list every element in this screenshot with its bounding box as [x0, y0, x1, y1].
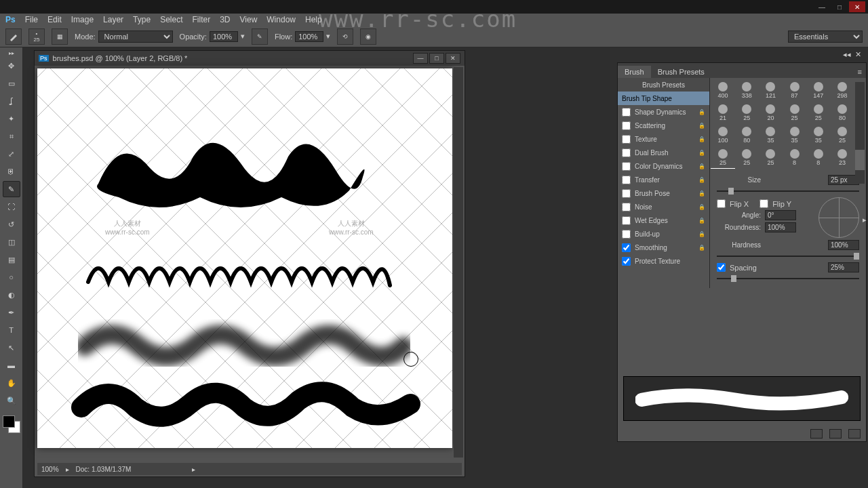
- brush-option-color-dynamics[interactable]: Color Dynamics🔒: [618, 159, 709, 173]
- status-arrow-icon[interactable]: ▸: [192, 466, 195, 473]
- brush-option-transfer[interactable]: Transfer🔒: [618, 173, 709, 186]
- zoom-level[interactable]: 100%: [41, 466, 59, 473]
- canvas-scrollbar[interactable]: [454, 67, 463, 458]
- brush-thumb[interactable]: 25: [735, 102, 758, 123]
- gradient-tool[interactable]: ▤: [3, 251, 20, 268]
- brush-thumb[interactable]: 298: [831, 79, 854, 101]
- tab-brush-presets[interactable]: Brush Presets: [651, 66, 711, 78]
- new-brush-icon[interactable]: [829, 429, 842, 439]
- brush-option-smoothing[interactable]: Smoothing🔒: [618, 241, 709, 254]
- brush-thumb[interactable]: 8: [783, 146, 806, 168]
- hand-tool[interactable]: ✋: [3, 375, 20, 391]
- menu-type[interactable]: Type: [133, 15, 151, 24]
- brush-option-build-up[interactable]: Build-up🔒: [618, 227, 709, 241]
- marquee-tool[interactable]: ▭: [3, 75, 20, 92]
- flow-flyout-icon[interactable]: ▾: [326, 32, 330, 41]
- blur-tool[interactable]: ○: [3, 269, 20, 285]
- menu-window[interactable]: Window: [267, 15, 296, 24]
- color-swatch[interactable]: [3, 415, 20, 433]
- history-brush-tool[interactable]: ↺: [3, 216, 20, 232]
- brush-thumb[interactable]: 25: [711, 146, 734, 168]
- wand-tool[interactable]: ✦: [3, 110, 20, 127]
- brush-thumb[interactable]: 338: [735, 79, 758, 101]
- crop-tool[interactable]: ⌗: [3, 128, 20, 144]
- brush-thumb[interactable]: 400: [711, 79, 734, 101]
- brush-thumb[interactable]: 121: [759, 79, 782, 101]
- eyedropper-tool[interactable]: ⤢: [3, 146, 20, 162]
- checkbox[interactable]: [622, 189, 631, 198]
- lasso-tool[interactable]: ʆ: [3, 93, 20, 109]
- brush-thumb[interactable]: 8: [807, 146, 830, 168]
- pen-tool[interactable]: ✒: [3, 304, 20, 321]
- window-minimize[interactable]: —: [814, 1, 830, 12]
- brush-thumb[interactable]: 35: [807, 124, 830, 146]
- checkbox[interactable]: [622, 176, 631, 184]
- brush-thumb[interactable]: 147: [807, 79, 830, 101]
- brush-thumb[interactable]: 87: [783, 79, 806, 101]
- menu-layer[interactable]: Layer: [103, 15, 123, 24]
- spacing-checkbox[interactable]: [717, 263, 726, 272]
- checkbox[interactable]: [622, 148, 631, 157]
- brush-option-scattering[interactable]: Scattering🔒: [618, 119, 709, 132]
- checkbox[interactable]: [622, 230, 631, 239]
- flipy-checkbox[interactable]: [760, 199, 768, 208]
- brush-thumb[interactable]: 100: [711, 124, 734, 146]
- menu-view[interactable]: View: [240, 15, 258, 24]
- brush-thumb[interactable]: 20: [759, 102, 782, 123]
- menu-file[interactable]: File: [25, 15, 38, 24]
- checkbox[interactable]: [622, 216, 631, 225]
- brush-tip-shape-option[interactable]: Brush Tip Shape: [618, 92, 709, 105]
- zoom-tool[interactable]: 🔍: [3, 392, 20, 409]
- window-maximize[interactable]: □: [831, 1, 848, 12]
- brush-panel-toggle-icon[interactable]: ▦: [52, 28, 68, 45]
- brush-thumb[interactable]: 25: [735, 146, 758, 168]
- brush-option-wet-edges[interactable]: Wet Edges🔒: [618, 214, 709, 227]
- menu-3d[interactable]: 3D: [220, 15, 230, 24]
- size-slider[interactable]: [717, 187, 859, 195]
- toolbox-collapse-icon[interactable]: ▸▸: [9, 50, 14, 56]
- doc-maximize[interactable]: □: [429, 53, 444, 64]
- hardness-input[interactable]: [828, 240, 859, 250]
- brush-option-shape-dynamics[interactable]: Shape Dynamics🔒: [618, 105, 709, 119]
- brush-thumb[interactable]: 35: [759, 124, 782, 146]
- tab-brush[interactable]: Brush: [618, 66, 651, 78]
- brush-thumb[interactable]: 21: [711, 102, 734, 123]
- delete-brush-icon[interactable]: [848, 429, 861, 439]
- checkbox[interactable]: [622, 108, 631, 117]
- doc-minimize[interactable]: —: [413, 53, 428, 64]
- brush-option-texture[interactable]: Texture🔒: [618, 132, 709, 146]
- brush-tool[interactable]: ✎: [3, 181, 20, 197]
- brush-option-protect-texture[interactable]: Protect Texture: [618, 254, 709, 268]
- window-close[interactable]: ✕: [849, 1, 865, 12]
- menu-select[interactable]: Select: [160, 15, 182, 24]
- angle-input[interactable]: [765, 210, 796, 220]
- menu-image[interactable]: Image: [71, 15, 94, 24]
- canvas[interactable]: 人人素材www.rr-sc.com 人人素材www.rr-sc.com: [37, 68, 452, 448]
- brush-preset-picker[interactable]: •25: [28, 28, 45, 45]
- brush-presets-header[interactable]: Brush Presets: [618, 78, 709, 92]
- brush-thumb[interactable]: 80: [735, 124, 758, 146]
- pressure-opacity-icon[interactable]: ✎: [252, 28, 268, 45]
- eraser-tool[interactable]: ◫: [3, 234, 20, 250]
- panel-close-icon[interactable]: ✕: [855, 50, 861, 59]
- shape-tool[interactable]: ▬: [3, 357, 20, 373]
- doc-close[interactable]: ✕: [446, 53, 460, 64]
- angle-dial[interactable]: ▸: [818, 197, 859, 238]
- dodge-tool[interactable]: ◐: [3, 287, 20, 303]
- brush-thumb[interactable]: 35: [783, 124, 806, 146]
- menu-filter[interactable]: Filter: [192, 15, 210, 24]
- brush-thumb[interactable]: 80: [831, 102, 854, 123]
- panel-collapse-icon[interactable]: ◂◂: [843, 50, 851, 59]
- checkbox[interactable]: [622, 243, 631, 252]
- move-tool[interactable]: ✥: [3, 58, 20, 74]
- opacity-input[interactable]: [210, 31, 238, 42]
- checkbox[interactable]: [622, 162, 631, 171]
- tool-preset-icon[interactable]: [5, 28, 22, 45]
- brush-option-dual-brush[interactable]: Dual Brush🔒: [618, 146, 709, 159]
- status-flyout-icon[interactable]: ▸: [66, 466, 69, 473]
- flipx-checkbox[interactable]: [717, 199, 726, 208]
- blend-mode-select[interactable]: Normal: [98, 30, 173, 43]
- type-tool[interactable]: T: [3, 322, 20, 338]
- path-tool[interactable]: ↖: [3, 340, 20, 356]
- spacing-input[interactable]: [828, 262, 859, 272]
